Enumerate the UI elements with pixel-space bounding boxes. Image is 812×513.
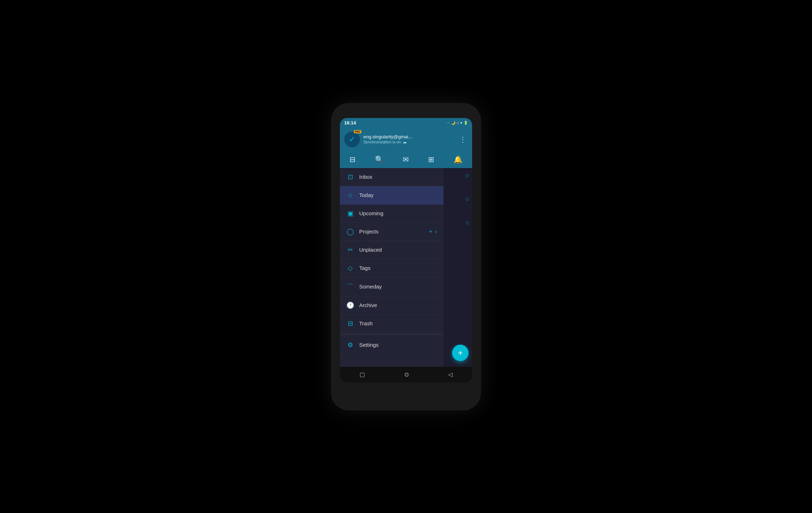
app-header: ✓ PRO eng.singularity@gmai... Synchroniz… [340,128,472,151]
star-icon: ☆ [346,191,354,199]
qr-icon[interactable]: ⊞ [425,154,438,165]
sidebar-item-upcoming[interactable]: ▣ Upcoming [340,204,444,223]
unplaced-icon: ✂ [346,246,354,254]
archive-icon: 🕐 [346,301,354,309]
sidebar-item-inbox[interactable]: ⊡ Inbox [340,168,444,186]
expand-projects-icon[interactable]: › [435,228,437,235]
signal-icon: ··· [447,121,450,125]
add-project-icon[interactable]: + [429,228,432,235]
avatar-check-icon: ✓ [349,135,355,144]
mail-icon[interactable]: ✉ [399,154,412,165]
status-icons: ··· 🌙 □ ▾ 🔋 [447,121,468,125]
phone-screen: 16:14 ··· 🌙 □ ▾ 🔋 ✓ PRO eng.singularity@… [340,118,472,383]
upcoming-label: Upcoming [359,210,437,216]
status-bar: 16:14 ··· 🌙 □ ▾ 🔋 [340,118,472,128]
sidebar-item-archive[interactable]: 🕐 Archive [340,296,444,315]
inbox-icon: ⊡ [346,173,354,181]
screen-icon: □ [457,121,459,125]
add-icon: + [458,348,463,358]
main-content: ◇ ◇ ◇ [444,168,472,367]
avatar[interactable]: ✓ PRO [344,132,360,147]
projects-label: Projects [359,228,424,235]
diamond-icon-2: ◇ [465,196,469,202]
add-button[interactable]: + [452,345,469,361]
bottom-nav: ▢ ⊙ ◁ [340,367,472,383]
cloud-icon: ☁ [402,139,407,144]
sidebar-item-today[interactable]: ☆ Today [340,186,444,204]
search-icon[interactable]: 🔍 [371,154,387,165]
pro-badge: PRO [354,130,361,133]
trash-label: Trash [359,320,437,326]
nav-divider [340,334,444,335]
phone-device: 16:14 ··· 🌙 □ ▾ 🔋 ✓ PRO eng.singularity@… [331,103,481,410]
diamond-icon-1: ◇ [465,172,469,178]
toolbar: ⊟ 🔍 ✉ ⊞ 🔔 [340,151,472,168]
someday-label: Someday [359,283,437,290]
header-email: eng.singularity@gmai... [363,134,412,139]
settings-icon: ⚙ [346,341,354,349]
sidebar-item-settings[interactable]: ⚙ Settings [340,336,444,354]
today-label: Today [359,192,437,198]
someday-icon: ⌒ [346,282,354,291]
more-options-button[interactable]: ⋮ [458,134,468,145]
nav-drawer: ⊡ Inbox ☆ Today ▣ Upcoming ◯ Projects + [340,168,444,367]
calendar-icon: ▣ [346,209,354,217]
sidebar-item-tags[interactable]: ◇ Tags [340,259,444,277]
settings-label: Settings [359,342,437,348]
battery-icon: 🔋 [464,121,468,125]
projects-actions: + › [429,228,437,235]
sidebar-item-trash[interactable]: ⊟ Trash [340,315,444,333]
trash-icon: ⊟ [346,320,354,327]
sidebar-item-projects[interactable]: ◯ Projects + › [340,223,444,241]
bell-icon[interactable]: 🔔 [450,154,466,165]
moon-icon: 🌙 [451,121,455,125]
sync-text: Synchronization is on [363,140,401,144]
header-info: eng.singularity@gmai... Synchronization … [363,134,412,144]
header-left: ✓ PRO eng.singularity@gmai... Synchroniz… [344,132,412,147]
status-time: 16:14 [344,120,356,125]
header-sync: Synchronization is on ☁ [363,139,412,144]
tags-icon: ◇ [346,264,354,272]
archive-label: Archive [359,302,437,308]
back-button[interactable]: ◁ [448,371,452,378]
sidebar-item-unplaced[interactable]: ✂ Unplaced [340,241,444,259]
unplaced-label: Unplaced [359,247,437,253]
filter-icon[interactable]: ⊟ [346,154,359,165]
inbox-label: Inbox [359,174,437,180]
tags-label: Tags [359,265,437,271]
home-button[interactable]: ⊙ [404,371,409,378]
diamond-icon-3: ◇ [465,219,469,225]
content-area: ◇ ◇ ◇ ⊡ Inbox ☆ Today ▣ Upcoming [340,168,472,367]
wifi-icon: ▾ [460,121,462,125]
projects-icon: ◯ [346,228,354,236]
sidebar-item-someday[interactable]: ⌒ Someday [340,277,444,296]
recent-apps-button[interactable]: ▢ [360,371,365,378]
phone-nav-area [331,383,481,395]
